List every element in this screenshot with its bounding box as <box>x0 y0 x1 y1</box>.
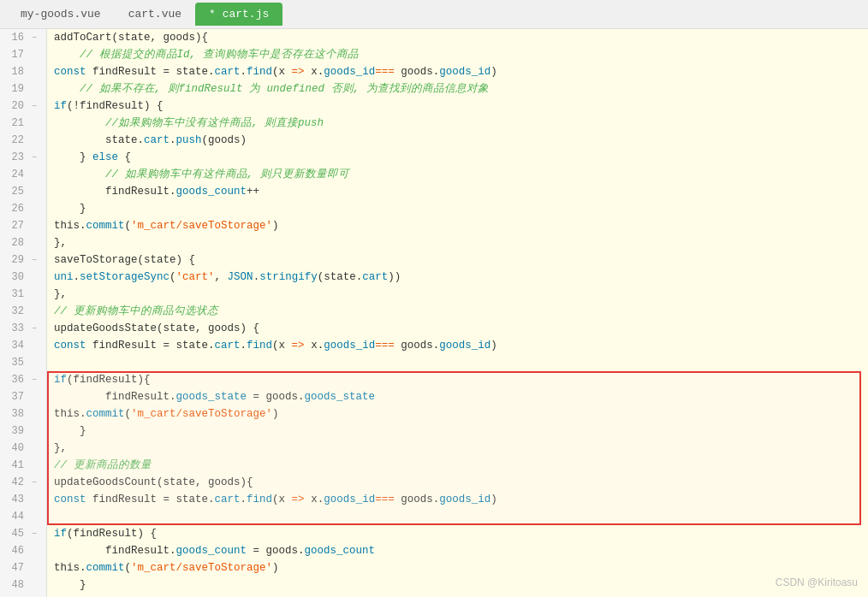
line-number: 33 <box>7 322 24 334</box>
code-line: // 更新购物车中的商品勾选状态 <box>54 303 868 320</box>
fold-icon[interactable]: − <box>29 324 39 334</box>
code-line: if(findResult) { <box>54 525 868 542</box>
line-number: 20 <box>7 100 24 112</box>
code-line: addToCart(state, goods){ <box>54 29 868 46</box>
line-number-row: 18 <box>7 63 39 80</box>
code-line: this.commit('m_cart/saveToStorage') <box>54 559 868 576</box>
code-line: //如果购物车中没有这件商品, 则直接push <box>54 115 868 132</box>
code-line: saveToStorage(state) { <box>54 251 868 269</box>
line-number-row: 33− <box>7 320 39 337</box>
line-number: 27 <box>7 220 24 232</box>
code-line: } <box>54 200 868 217</box>
line-number: 39 <box>7 425 24 437</box>
line-number: 37 <box>7 391 24 403</box>
code-line: findResult.goods_count++ <box>54 183 868 200</box>
code-line: }, <box>54 286 868 303</box>
line-number: 44 <box>7 511 24 523</box>
line-number-row: 34 <box>7 337 39 354</box>
code-line: if(!findResult) { <box>54 98 868 115</box>
code-line: const findResult = state.cart.find(x => … <box>54 491 868 508</box>
line-number-row: 44 <box>7 508 39 525</box>
code-line: }, <box>54 594 868 597</box>
code-line <box>54 354 868 371</box>
line-number-row: 45− <box>7 525 39 542</box>
fold-icon[interactable]: − <box>29 33 39 43</box>
code-line: this.commit('m_cart/saveToStorage') <box>54 217 868 234</box>
line-number-row: 22 <box>7 132 39 149</box>
line-number-row: 25 <box>7 183 39 200</box>
line-number-row: 46 <box>7 542 39 559</box>
code-line: }, <box>54 440 868 457</box>
line-number: 18 <box>7 66 24 78</box>
code-line: const findResult = state.cart.find(x => … <box>54 337 868 354</box>
code-line: updateGoodsCount(state, goods){ <box>54 474 868 491</box>
code-line: }, <box>54 234 868 251</box>
line-number-row: 39 <box>7 423 39 440</box>
line-number: 40 <box>7 442 24 454</box>
tab-bar: my-goods.vue cart.vue * cart.js <box>0 0 868 29</box>
line-number-row: 23− <box>7 149 39 166</box>
line-number-row: 41 <box>7 457 39 474</box>
line-number-row: 21 <box>7 115 39 132</box>
code-line: } else { <box>54 149 868 166</box>
line-number: 25 <box>7 186 24 198</box>
tab-cart-vue[interactable]: cart.vue <box>115 3 195 26</box>
code-line: findResult.goods_state = goods.goods_sta… <box>54 388 868 405</box>
line-number: 43 <box>7 494 24 505</box>
fold-icon[interactable]: − <box>29 256 39 265</box>
line-number-row: 49 <box>7 594 39 597</box>
code-content: addToCart(state, goods){ // 根据提交的商品Id, 查… <box>47 29 868 597</box>
code-line: } <box>54 576 868 594</box>
line-number-row: 19 <box>7 80 39 98</box>
line-number: 22 <box>7 134 24 146</box>
line-number: 23 <box>7 151 24 163</box>
line-number-row: 17 <box>7 46 39 63</box>
line-number: 28 <box>7 237 24 249</box>
tab-cart-js[interactable]: * cart.js <box>195 3 282 26</box>
line-number: 21 <box>7 117 24 129</box>
line-number: 45 <box>7 528 24 540</box>
watermark: CSDN @Kiritoasu <box>776 576 858 588</box>
line-number: 41 <box>7 459 24 471</box>
code-line: // 如果不存在, 则findResult 为 undefined 否则, 为查… <box>54 80 868 98</box>
code-line: // 如果购物车中有这件商品, 则只更新数量即可 <box>54 166 868 183</box>
line-number: 32 <box>7 305 24 317</box>
line-number-row: 36− <box>7 371 39 388</box>
code-line: if(findResult){ <box>54 371 868 388</box>
fold-icon[interactable]: − <box>29 478 39 488</box>
fold-icon[interactable]: − <box>29 102 39 111</box>
line-number: 29 <box>7 254 24 266</box>
fold-icon[interactable]: − <box>29 153 39 163</box>
line-number: 46 <box>7 545 24 557</box>
code-line: findResult.goods_count = goods.goods_cou… <box>54 542 868 559</box>
line-number: 31 <box>7 288 24 300</box>
line-number-row: 35 <box>7 354 39 371</box>
line-number-row: 29− <box>7 251 39 269</box>
fold-icon[interactable]: − <box>29 529 39 539</box>
line-number-row: 40 <box>7 440 39 457</box>
code-line: this.commit('m_cart/saveToStorage') <box>54 405 868 423</box>
line-number-row: 37 <box>7 388 39 405</box>
line-number-row: 43 <box>7 491 39 508</box>
fold-icon[interactable]: − <box>29 375 39 385</box>
line-number-row: 38 <box>7 405 39 423</box>
line-numbers: 16−17 18 19 20−21 22 23−24 25 26 27 28 2… <box>0 29 47 597</box>
line-number: 19 <box>7 83 24 95</box>
code-line: const findResult = state.cart.find(x => … <box>54 63 868 80</box>
code-line: state.cart.push(goods) <box>54 132 868 149</box>
code-line <box>54 508 868 525</box>
line-number: 35 <box>7 357 24 369</box>
tab-my-goods[interactable]: my-goods.vue <box>7 3 115 26</box>
code-line: uni.setStorageSync('cart', JSON.stringif… <box>54 269 868 286</box>
line-number-row: 48 <box>7 576 39 594</box>
line-number: 17 <box>7 49 24 61</box>
line-number-row: 27 <box>7 217 39 234</box>
code-line: } <box>54 423 868 440</box>
line-number: 36 <box>7 374 24 386</box>
line-number: 47 <box>7 562 24 574</box>
line-number-row: 30 <box>7 269 39 286</box>
line-number: 34 <box>7 340 24 352</box>
line-number-row: 42− <box>7 474 39 491</box>
line-number-row: 26 <box>7 200 39 217</box>
code-line: updateGoodsState(state, goods) { <box>54 320 868 337</box>
